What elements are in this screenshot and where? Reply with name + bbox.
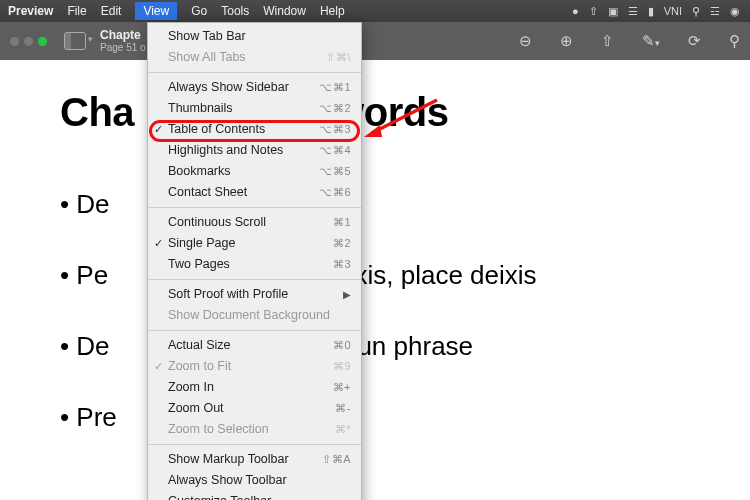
menu-item-zoom-in[interactable]: Zoom In⌘+ <box>148 377 361 398</box>
menu-shortcut: ⌘1 <box>333 214 351 231</box>
menu-item-bookmarks[interactable]: Bookmarks⌥⌘5 <box>148 161 361 182</box>
menu-go[interactable]: Go <box>191 4 207 18</box>
status-cc-icon: ☰ <box>628 5 638 18</box>
menu-item-label: Show All Tabs <box>168 49 246 66</box>
share-icon[interactable]: ⇧ <box>601 32 614 50</box>
menu-shortcut: ⌥⌘2 <box>319 100 351 117</box>
menu-shortcut: ⌘+ <box>333 379 351 396</box>
menu-separator <box>148 279 361 280</box>
submenu-arrow-icon: ▶ <box>343 286 351 303</box>
menu-item-table-of-contents[interactable]: ✓Table of Contents⌥⌘3 <box>148 119 361 140</box>
menu-item-two-pages[interactable]: Two Pages⌘3 <box>148 254 361 275</box>
window-title: Chapte <box>100 29 146 42</box>
menu-item-thumbnails[interactable]: Thumbnails⌥⌘2 <box>148 98 361 119</box>
menu-item-label: Always Show Sidebar <box>168 79 289 96</box>
markup-icon[interactable]: ✎▾ <box>642 32 660 50</box>
menu-item-label: Single Page <box>168 235 235 252</box>
menu-shortcut: ⌥⌘1 <box>319 79 351 96</box>
menu-shortcut: ⌥⌘4 <box>319 142 351 159</box>
menu-edit[interactable]: Edit <box>101 4 122 18</box>
menu-item-label: Two Pages <box>168 256 230 273</box>
status-input-source: VNI <box>664 5 682 17</box>
view-menu-dropdown[interactable]: Show Tab BarShow All Tabs⇧⌘\Always Show … <box>147 22 362 500</box>
menu-item-zoom-out[interactable]: Zoom Out⌘- <box>148 398 361 419</box>
menu-item-label: Table of Contents <box>168 121 265 138</box>
menu-separator <box>148 330 361 331</box>
menu-item-label: Zoom to Selection <box>168 421 269 438</box>
menubar-status: ● ⇧ ▣ ☰ ▮ VNI ⚲ ☲ ◉ <box>572 5 750 18</box>
menu-item-label: Customize Toolbar… <box>168 493 284 500</box>
minimize-dot[interactable] <box>24 37 33 46</box>
menu-item-actual-size[interactable]: Actual Size⌘0 <box>148 335 361 356</box>
zoom-out-icon[interactable]: ⊖ <box>519 32 532 50</box>
menu-view[interactable]: View <box>135 2 177 20</box>
window-title-block: Chapte Page 51 o <box>100 29 146 53</box>
menu-item-label: Zoom to Fit <box>168 358 231 375</box>
checkmark-icon: ✓ <box>154 358 163 375</box>
menu-shortcut: ⌘0 <box>333 337 351 354</box>
menu-help[interactable]: Help <box>320 4 345 18</box>
menu-item-label: Actual Size <box>168 337 231 354</box>
menu-shortcut: ⌘3 <box>333 256 351 273</box>
menu-item-label: Bookmarks <box>168 163 231 180</box>
sidebar-toggle-icon[interactable] <box>64 32 86 50</box>
menu-item-continuous-scroll[interactable]: Continuous Scroll⌘1 <box>148 212 361 233</box>
menu-tools[interactable]: Tools <box>221 4 249 18</box>
status-battery-icon: ▮ <box>648 5 654 18</box>
menu-item-show-all-tabs: Show All Tabs⇧⌘\ <box>148 47 361 68</box>
menu-item-label: Thumbnails <box>168 100 233 117</box>
menu-item-label: Zoom Out <box>168 400 224 417</box>
zoom-in-icon[interactable]: ⊕ <box>560 32 573 50</box>
checkmark-icon: ✓ <box>154 235 163 252</box>
menu-item-label: Contact Sheet <box>168 184 247 201</box>
status-search-icon: ⚲ <box>692 5 700 18</box>
menu-shortcut: ⌘2 <box>333 235 351 252</box>
menu-item-show-markup-toolbar[interactable]: Show Markup Toolbar⇧⌘A <box>148 449 361 470</box>
status-line-icon: ● <box>572 5 579 17</box>
menu-item-label: Show Tab Bar <box>168 28 246 45</box>
menu-window[interactable]: Window <box>263 4 306 18</box>
document-page: Chapter 3 Key words De Pee deixis, place… <box>0 60 750 500</box>
menu-separator <box>148 444 361 445</box>
search-icon[interactable]: ⚲ <box>729 32 740 50</box>
close-dot[interactable] <box>10 37 19 46</box>
menu-item-label: Continuous Scroll <box>168 214 266 231</box>
menu-shortcut: ⇧⌘\ <box>326 49 351 66</box>
window-toolbar: Chapte Page 51 o ⊖ ⊕ ⇧ ✎▾ ⟳ ⚲ <box>0 22 750 60</box>
menu-item-label: Show Markup Toolbar <box>168 451 289 468</box>
traffic-lights[interactable] <box>10 37 52 46</box>
menu-shortcut: ⌥⌘3 <box>319 121 351 138</box>
mac-menubar[interactable]: Preview File Edit View Go Tools Window H… <box>0 0 750 22</box>
status-square-icon: ▣ <box>608 5 618 18</box>
menu-item-label: Zoom In <box>168 379 214 396</box>
menu-item-contact-sheet[interactable]: Contact Sheet⌥⌘6 <box>148 182 361 203</box>
menu-item-always-show-toolbar[interactable]: Always Show Toolbar <box>148 470 361 491</box>
menu-item-label: Always Show Toolbar <box>168 472 287 489</box>
menu-shortcut: ⇧⌘A <box>322 451 351 468</box>
menu-shortcut: ⌘- <box>335 400 351 417</box>
checkmark-icon: ✓ <box>154 121 163 138</box>
menu-item-soft-proof-with-profile[interactable]: Soft Proof with Profile▶ <box>148 284 361 305</box>
window-subtitle: Page 51 o <box>100 42 146 53</box>
menu-item-label: Soft Proof with Profile <box>168 286 288 303</box>
menu-item-single-page[interactable]: ✓Single Page⌘2 <box>148 233 361 254</box>
menu-item-zoom-to-fit: ✓Zoom to Fit⌘9 <box>148 356 361 377</box>
menu-item-label: Show Document Background <box>168 307 330 324</box>
menu-file[interactable]: File <box>67 4 86 18</box>
menu-item-label: Highlights and Notes <box>168 142 283 159</box>
menu-separator <box>148 72 361 73</box>
status-siri-icon: ◉ <box>730 5 740 18</box>
rotate-icon[interactable]: ⟳ <box>688 32 701 50</box>
menu-shortcut: ⌘* <box>335 421 351 438</box>
menu-item-customize-toolbar[interactable]: Customize Toolbar… <box>148 491 361 500</box>
menu-item-show-document-background: Show Document Background <box>148 305 361 326</box>
status-control-center-icon: ☲ <box>710 5 720 18</box>
app-name: Preview <box>8 4 53 18</box>
menu-shortcut: ⌥⌘5 <box>319 163 351 180</box>
menu-item-show-tab-bar[interactable]: Show Tab Bar <box>148 26 361 47</box>
zoom-dot[interactable] <box>38 37 47 46</box>
menu-item-highlights-and-notes[interactable]: Highlights and Notes⌥⌘4 <box>148 140 361 161</box>
menu-shortcut: ⌘9 <box>333 358 351 375</box>
menu-item-always-show-sidebar[interactable]: Always Show Sidebar⌥⌘1 <box>148 77 361 98</box>
menu-separator <box>148 207 361 208</box>
